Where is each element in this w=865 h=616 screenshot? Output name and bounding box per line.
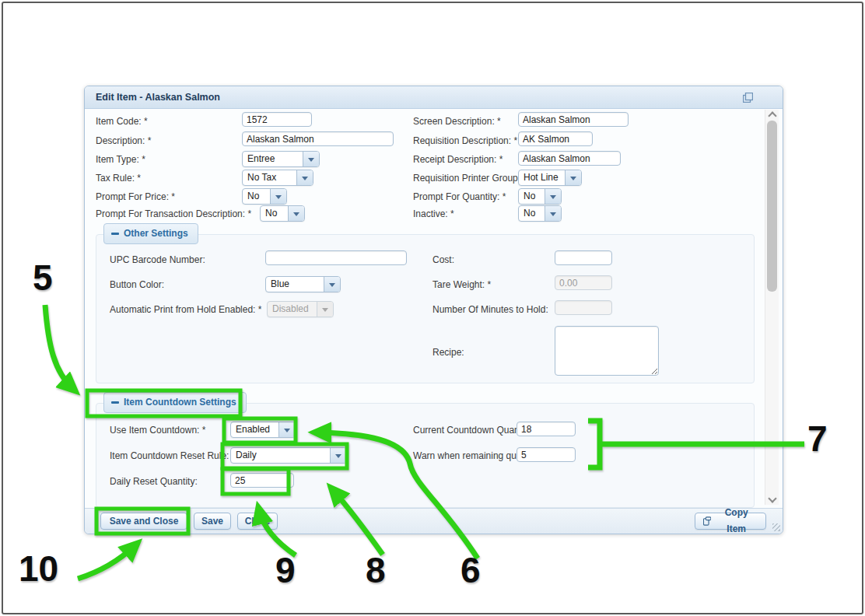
copy-item-button[interactable]: Copy Item	[695, 513, 766, 530]
recipe-textarea[interactable]	[555, 326, 659, 376]
dropdown-button[interactable]	[545, 206, 561, 221]
requisition-printer-group-value: Hot Line	[519, 170, 565, 185]
prompt-for-price-select[interactable]: No	[242, 188, 287, 205]
callout-9: 9	[275, 549, 296, 591]
scrollbar-thumb[interactable]	[767, 121, 777, 292]
receipt-description-input[interactable]	[518, 151, 621, 166]
close-label: Close	[245, 513, 271, 530]
chevron-up-icon[interactable]	[768, 111, 776, 120]
automatic-print-label: Automatic Print from Hold Enabled: *	[110, 304, 261, 315]
description-label: Description: *	[96, 135, 151, 146]
collapse-icon	[111, 401, 119, 404]
dropdown-arrow-icon	[322, 308, 328, 315]
dropdown-arrow-icon	[329, 283, 335, 290]
dialog-title: Edit Item - Alaskan Salmon	[96, 92, 220, 103]
close-button[interactable]: Close	[237, 513, 278, 530]
edit-item-dialog: Edit Item - Alaskan Salmon Item Code: * …	[84, 86, 783, 534]
collapse-icon	[111, 233, 119, 235]
dropdown-arrow-icon	[275, 195, 282, 202]
reset-rule-label: Item Countdown Reset Rule:	[110, 450, 229, 461]
item-type-value: Entree	[243, 152, 303, 166]
prompt-for-transaction-description-value: No	[261, 206, 288, 221]
prompt-for-quantity-label: Prompt For Quantity: *	[413, 191, 506, 202]
arrow-10	[78, 545, 135, 579]
callout-5: 5	[33, 257, 53, 299]
chevron-down-icon[interactable]	[768, 494, 776, 502]
dropdown-button[interactable]	[303, 152, 319, 166]
requisition-printer-group-select[interactable]: Hot Line	[518, 170, 582, 186]
other-settings-legend-label: Other Settings	[124, 228, 188, 239]
tax-rule-value: No Tax	[243, 170, 296, 185]
prompt-for-price-value: No	[243, 189, 270, 204]
use-item-countdown-select[interactable]: Enabled	[230, 422, 296, 438]
dropdown-button	[317, 302, 333, 317]
callout-8: 8	[366, 549, 386, 591]
use-item-countdown-label: Use Item Countdown: *	[110, 425, 205, 436]
dropdown-arrow-icon	[550, 212, 556, 219]
dropdown-arrow-icon	[550, 195, 556, 202]
item-type-select[interactable]: Entree	[242, 151, 320, 167]
dropdown-button[interactable]	[330, 448, 346, 463]
description-input[interactable]	[242, 131, 394, 146]
prompt-for-quantity-value: No	[519, 189, 545, 204]
requisition-printer-group-label: Requisition Printer Group:	[413, 173, 520, 184]
dialog-footer: Save and Close Save Close Copy Item	[85, 508, 783, 534]
button-color-select[interactable]: Blue	[265, 276, 341, 292]
save-button[interactable]: Save	[194, 513, 231, 530]
dropdown-button[interactable]	[565, 170, 581, 185]
prompt-for-quantity-select[interactable]: No	[518, 188, 562, 205]
tare-weight-label: Tare Weight: *	[432, 279, 491, 290]
item-countdown-legend[interactable]: Item Countdown Settings	[103, 392, 247, 413]
receipt-description-label: Receipt Description: *	[413, 154, 503, 165]
inactive-label: Inactive: *	[413, 208, 454, 219]
dropdown-arrow-icon	[284, 429, 290, 436]
automatic-print-value: Disabled	[268, 302, 317, 317]
copy-item-label: Copy Item	[715, 505, 758, 537]
vertical-scrollbar[interactable]	[765, 110, 779, 505]
dropdown-button[interactable]	[288, 206, 304, 221]
dropdown-button[interactable]	[278, 422, 295, 437]
reset-rule-value: Daily	[231, 448, 330, 463]
resize-handle-icon[interactable]	[772, 523, 780, 531]
dropdown-button[interactable]	[324, 277, 340, 292]
popout-icon[interactable]	[743, 92, 753, 102]
prompt-for-transaction-description-select[interactable]: No	[260, 205, 305, 222]
current-countdown-quantity-input[interactable]	[517, 422, 576, 436]
dropdown-button[interactable]	[296, 170, 313, 185]
warn-quantity-input[interactable]	[517, 447, 576, 462]
tax-rule-label: Tax Rule: *	[96, 173, 141, 184]
save-and-close-button[interactable]: Save and Close	[100, 513, 187, 530]
upc-barcode-input[interactable]	[265, 250, 407, 265]
daily-reset-quantity-label: Daily Reset Quantity:	[110, 476, 198, 487]
callout-10: 10	[19, 548, 58, 590]
dropdown-arrow-icon	[293, 212, 299, 219]
dialog-titlebar[interactable]: Edit Item - Alaskan Salmon	[85, 86, 783, 109]
save-label: Save	[201, 513, 223, 530]
dropdown-button[interactable]	[270, 189, 286, 204]
prompt-for-transaction-description-label: Prompt For Transaction Description: *	[96, 208, 251, 219]
tax-rule-select[interactable]: No Tax	[242, 170, 313, 186]
prompt-for-price-label: Prompt For Price: *	[96, 191, 175, 202]
dropdown-arrow-icon	[335, 454, 341, 461]
reset-rule-select[interactable]: Daily	[230, 447, 347, 464]
cost-label: Cost:	[432, 254, 454, 265]
requisition-description-label: Requisition Description: *	[413, 135, 517, 146]
upc-barcode-label: UPC Barcode Number:	[110, 254, 205, 265]
cost-input[interactable]	[555, 250, 612, 265]
item-code-label: Item Code: *	[96, 116, 148, 127]
other-settings-legend[interactable]: Other Settings	[103, 223, 198, 244]
item-code-input[interactable]	[242, 112, 312, 127]
dropdown-arrow-icon	[570, 177, 576, 184]
dropdown-button[interactable]	[545, 189, 561, 204]
use-item-countdown-value: Enabled	[231, 422, 278, 437]
dropdown-arrow-icon	[308, 158, 314, 165]
copy-icon	[703, 516, 711, 526]
screen-description-label: Screen Description: *	[413, 116, 501, 127]
dropdown-arrow-icon	[302, 177, 308, 184]
daily-reset-quantity-input[interactable]	[230, 473, 294, 488]
requisition-description-input[interactable]	[518, 131, 593, 146]
inactive-select[interactable]: No	[518, 205, 562, 222]
screen-description-input[interactable]	[518, 112, 629, 127]
arrow-5	[45, 305, 73, 389]
callout-7: 7	[807, 418, 828, 460]
